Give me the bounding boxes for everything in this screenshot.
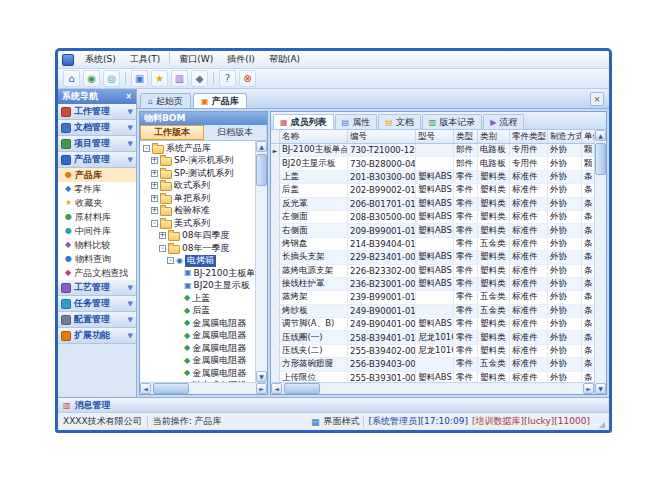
- tree-node[interactable]: -美式系列: [140, 217, 255, 230]
- tree-node[interactable]: -系统产品库: [140, 142, 255, 155]
- scroll-down-icon[interactable]: ▼: [595, 383, 606, 394]
- tab-起始页[interactable]: ⌂起始页: [140, 93, 191, 108]
- expand-icon[interactable]: +: [159, 232, 166, 239]
- tab-流程[interactable]: ▶流程: [483, 114, 524, 129]
- resize-grip[interactable]: [594, 417, 604, 427]
- column-header-制造方式[interactable]: 制造方式: [548, 130, 582, 143]
- table-row[interactable]: 蒸烤架239-B99001-01E零件五金类标准件外协条: [271, 291, 594, 304]
- tree-node[interactable]: ◆后盖: [140, 305, 255, 318]
- tab-文档[interactable]: ▤文档: [378, 114, 421, 129]
- sidebar-item-物料查询[interactable]: ●物料查询: [58, 252, 136, 266]
- report-icon[interactable]: ▥: [171, 70, 188, 87]
- refresh-icon[interactable]: ◉: [83, 70, 100, 87]
- table-row[interactable]: 后盖202-B99002-01E塑料ABS零件塑料类标准件外协条: [271, 184, 594, 197]
- tree-node[interactable]: ◆金属膜电阻器: [140, 342, 255, 355]
- table-horizontal-scrollbar[interactable]: ◄ ►: [271, 382, 594, 394]
- tree-node[interactable]: ◆金属膜电阻器: [140, 367, 255, 380]
- menu-item[interactable]: 窗口(W): [172, 52, 220, 67]
- nav-group-扩展功能[interactable]: 扩展功能▼: [58, 328, 136, 344]
- column-header-类型[interactable]: 类型: [454, 130, 478, 143]
- tree-node[interactable]: ◆金属膜电阻器: [140, 317, 255, 330]
- nav-group-产品管理[interactable]: 产品管理▼: [58, 152, 136, 168]
- expand-icon[interactable]: +: [151, 195, 158, 202]
- search-icon[interactable]: ◎: [103, 70, 120, 87]
- tree-node[interactable]: ▣BJ20主显示板: [140, 280, 255, 293]
- table-row[interactable]: 压线圈(一)258-B39401-01E尼龙1010零件塑料类标准件外协条: [271, 331, 594, 344]
- tab-产品库[interactable]: ▣产品库: [193, 93, 247, 108]
- sidebar-item-收藏夹[interactable]: ★收藏夹: [58, 196, 136, 210]
- tree-node[interactable]: -08年一季度: [140, 242, 255, 255]
- column-header-零件类型[interactable]: 零件类型: [510, 130, 548, 143]
- tree-node[interactable]: ▣BJ-2100主板单点: [140, 267, 255, 280]
- close-tab-icon[interactable]: ×: [590, 92, 604, 106]
- column-header-类别[interactable]: 类别: [478, 130, 510, 143]
- settings-icon[interactable]: ◆: [191, 70, 208, 87]
- expand-icon[interactable]: +: [151, 170, 158, 177]
- tree-vertical-scrollbar[interactable]: ▲ ▼: [255, 141, 267, 382]
- tab-归档版本[interactable]: 归档版本: [204, 125, 267, 140]
- tab-属性[interactable]: ▤属性: [335, 114, 378, 129]
- expand-icon[interactable]: +: [151, 182, 158, 189]
- scroll-up-icon[interactable]: ▲: [256, 141, 267, 152]
- table-row[interactable]: 上传限位255-B39301-00E塑料ABS零件塑料类标准件外协条: [271, 372, 594, 382]
- table-row[interactable]: 压线夹(二)255-B39402-00E尼龙1010零件塑料类标准件外协条: [271, 345, 594, 358]
- tree-node[interactable]: +检验标准: [140, 205, 255, 218]
- column-header-名称[interactable]: 名称: [280, 130, 348, 143]
- table-row[interactable]: 接线柱护罩236-B23001-00E塑料ABS零件塑料类标准件外协条: [271, 278, 594, 291]
- sidebar-item-产品库[interactable]: ●产品库: [58, 168, 136, 182]
- table-row[interactable]: 长插头支架229-B23401-00E塑料ABS零件塑料类标准件外协条: [271, 251, 594, 264]
- help-icon[interactable]: ?: [219, 70, 236, 87]
- menu-item[interactable]: 系统(S): [78, 52, 123, 67]
- table-row[interactable]: 左侧面208-B30500-00E塑料ABS零件塑料类标准件外协条: [271, 211, 594, 224]
- nav-group-项目管理[interactable]: 项目管理▼: [58, 136, 136, 152]
- home-icon[interactable]: ⌂: [63, 70, 80, 87]
- table-row[interactable]: 烤钢盘214-B39404-01E零件五金类标准件外协条: [271, 238, 594, 251]
- tree-node[interactable]: -◉电烤箱: [140, 255, 255, 268]
- sidebar-item-中间件库[interactable]: ●中间件库: [58, 224, 136, 238]
- table-row[interactable]: 蒸烤电源支架226-B23302-00E塑料ABS零件塑料类标准件外协条: [271, 265, 594, 278]
- nav-group-任务管理[interactable]: 任务管理▼: [58, 296, 136, 312]
- tree-node[interactable]: +单把系列: [140, 192, 255, 205]
- scroll-left-icon[interactable]: ◄: [140, 383, 151, 394]
- column-header-单位[interactable]: 单位: [582, 130, 594, 143]
- nav-group-工作管理[interactable]: 工作管理▼: [58, 104, 136, 120]
- nav-group-文档管理[interactable]: 文档管理▼: [58, 120, 136, 136]
- tree-node[interactable]: ◆金属膜电阻器: [140, 330, 255, 343]
- ui-style-label[interactable]: 界面样式: [323, 415, 359, 428]
- tab-版本记录[interactable]: ▥版本记录: [422, 114, 483, 129]
- menu-item[interactable]: 插件(I): [220, 52, 262, 67]
- tree-node[interactable]: ◆金属膜电阻器: [140, 355, 255, 368]
- collapse-icon[interactable]: -: [151, 220, 158, 227]
- tab-成员列表[interactable]: ▦成员列表: [273, 114, 334, 129]
- tree-node[interactable]: +SP-测试机系列: [140, 167, 255, 180]
- sidebar-item-原材料库[interactable]: ●原材料库: [58, 210, 136, 224]
- nav-group-配置管理[interactable]: 配置管理▼: [58, 312, 136, 328]
- table-row[interactable]: ►BJ-2100主板单点730-T21000-12E部件电路板专用件外协颗: [271, 144, 594, 157]
- tab-工作版本[interactable]: 工作版本: [140, 125, 204, 140]
- scroll-down-icon[interactable]: ▼: [256, 371, 267, 382]
- tree-node[interactable]: +08年四季度: [140, 230, 255, 243]
- scroll-right-icon[interactable]: ►: [583, 383, 594, 394]
- table-row[interactable]: 上盖201-B30300-00E塑料ABS零件塑料类标准件外协条: [271, 171, 594, 184]
- table-row[interactable]: BJ20主显示板730-B28000-04E部件电路板专用件外协颗: [271, 157, 594, 170]
- tree-node[interactable]: ◆上盖: [140, 292, 255, 305]
- window-icon[interactable]: ▣: [131, 70, 148, 87]
- scroll-thumb[interactable]: [284, 383, 320, 394]
- collapse-icon[interactable]: -: [159, 245, 166, 252]
- close-icon[interactable]: ×: [125, 93, 132, 101]
- tree-node[interactable]: +SP-演示机系列: [140, 155, 255, 168]
- message-panel-bar[interactable]: ▥ 消息管理: [58, 397, 609, 412]
- scroll-thumb[interactable]: [595, 143, 606, 175]
- scroll-left-icon[interactable]: ◄: [271, 383, 282, 394]
- column-header-型号[interactable]: 型号: [416, 130, 454, 143]
- collapse-icon[interactable]: -: [143, 145, 150, 152]
- exit-icon[interactable]: ⊗: [239, 70, 256, 87]
- menu-item[interactable]: 帮助(A): [262, 52, 307, 67]
- column-header-编号[interactable]: 编号: [348, 130, 416, 143]
- tree-node[interactable]: +欧式系列: [140, 180, 255, 193]
- nav-group-工艺管理[interactable]: 工艺管理▼: [58, 280, 136, 296]
- sidebar-item-零件库[interactable]: ◆零件库: [58, 182, 136, 196]
- expand-icon[interactable]: +: [151, 207, 158, 214]
- tree-horizontal-scrollbar[interactable]: ◄ ►: [140, 382, 267, 394]
- favorites-icon[interactable]: ★: [151, 70, 168, 87]
